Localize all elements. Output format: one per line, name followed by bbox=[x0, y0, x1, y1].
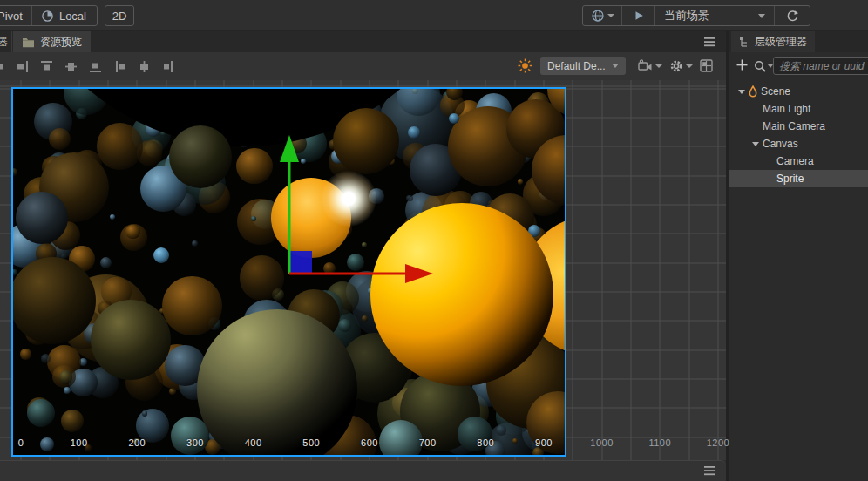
hierarchy-tree: SceneMain LightMain CameraCanvasCameraSp… bbox=[729, 83, 868, 187]
scene-sphere bbox=[458, 417, 492, 451]
tab-asset-preview-label: 资源预览 bbox=[40, 35, 82, 50]
tree-caret-icon[interactable] bbox=[736, 90, 747, 94]
tree-item-label: Canvas bbox=[763, 138, 798, 150]
align-right-edge-icon[interactable] bbox=[16, 60, 29, 73]
ruler-label: 1000 bbox=[590, 437, 613, 448]
light-icon[interactable] bbox=[518, 58, 532, 73]
tree-item-main-light[interactable]: Main Light bbox=[729, 100, 868, 118]
gear-icon[interactable] bbox=[669, 59, 693, 73]
tree-item-canvas[interactable]: Canvas bbox=[729, 135, 868, 152]
background-sphere bbox=[100, 257, 112, 268]
background-sphere bbox=[27, 399, 55, 427]
align-h-center-icon[interactable] bbox=[138, 60, 151, 73]
play-button[interactable] bbox=[622, 6, 654, 25]
scene-sphere bbox=[91, 300, 171, 380]
scene-sphere bbox=[379, 420, 423, 457]
background-sphere bbox=[133, 438, 140, 445]
layout-grid-icon[interactable] bbox=[700, 59, 713, 72]
preview-group: 当前场景 bbox=[582, 5, 810, 26]
scene-sphere bbox=[153, 247, 169, 263]
pivot-label: Pivot bbox=[0, 10, 23, 23]
scene-sphere bbox=[449, 113, 459, 124]
background-sphere bbox=[162, 276, 222, 336]
play-icon bbox=[633, 10, 645, 22]
background-sphere bbox=[362, 315, 368, 322]
tree-item-scene[interactable]: Scene bbox=[729, 83, 868, 100]
scene-footer bbox=[0, 460, 726, 481]
scene-view[interactable]: 0100200300400500600700800900100011001200 bbox=[0, 80, 726, 460]
caret-down-icon bbox=[655, 64, 662, 68]
tree-item-camera[interactable]: Camera bbox=[729, 152, 868, 170]
tab-partial[interactable]: 器 bbox=[0, 31, 12, 52]
background-sphere bbox=[125, 225, 139, 239]
local-label: Local bbox=[59, 10, 86, 23]
camera-icon[interactable] bbox=[638, 59, 662, 72]
align-v-center-icon[interactable] bbox=[64, 60, 78, 73]
folder-icon bbox=[22, 37, 35, 48]
scene-sphere bbox=[11, 257, 96, 344]
background-sphere bbox=[301, 159, 307, 165]
scene-select-label: 当前场景 bbox=[664, 8, 709, 24]
background-sphere bbox=[240, 255, 284, 300]
tab-hierarchy-label: 层级管理器 bbox=[755, 35, 807, 50]
mode-2d-button[interactable]: 2D bbox=[105, 5, 134, 26]
background-sphere bbox=[406, 195, 412, 201]
pivot-button[interactable]: Pivot bbox=[0, 6, 31, 25]
refresh-button[interactable] bbox=[775, 6, 810, 25]
align-right-icon[interactable] bbox=[162, 60, 175, 73]
background-sphere bbox=[61, 410, 84, 432]
hierarchy-tree-icon bbox=[739, 37, 750, 48]
plus-icon[interactable] bbox=[736, 59, 748, 71]
align-left-edge-icon[interactable] bbox=[0, 60, 4, 73]
scene-droplet-icon bbox=[748, 85, 758, 98]
scene-sphere bbox=[197, 309, 357, 457]
transform-mode-group: Pivot Local bbox=[0, 5, 98, 26]
search-filter-button[interactable] bbox=[754, 60, 773, 72]
tree-item-label: Main Camera bbox=[763, 120, 825, 132]
background-sphere bbox=[236, 148, 273, 185]
caret-down-icon bbox=[607, 14, 614, 17]
scene-canvas[interactable] bbox=[11, 87, 566, 457]
tree-item-label: Sprite bbox=[776, 173, 804, 185]
gizmo-profile-dropdown[interactable]: Default De... bbox=[540, 57, 626, 75]
hierarchy-panel: 层级管理器 SceneMain LightMain CameraCanvasCa… bbox=[729, 31, 868, 481]
caret-down-icon bbox=[758, 14, 765, 18]
search-icon bbox=[754, 60, 766, 72]
gizmo-profile-label: Default De... bbox=[547, 60, 606, 72]
hamburger-menu-icon[interactable] bbox=[704, 37, 715, 47]
preview-target-button[interactable] bbox=[583, 6, 621, 25]
tree-item-main-camera[interactable]: Main Camera bbox=[729, 118, 868, 135]
background-sphere bbox=[347, 254, 364, 271]
hamburger-menu-icon[interactable] bbox=[704, 466, 715, 476]
local-button[interactable]: Local bbox=[32, 6, 95, 25]
caret-down-icon bbox=[752, 142, 759, 146]
background-sphere bbox=[41, 354, 51, 363]
hierarchy-toolbar bbox=[729, 52, 868, 80]
globe-quarter-icon bbox=[41, 10, 54, 23]
tab-asset-preview[interactable]: 资源预览 bbox=[13, 31, 91, 52]
tree-caret-icon[interactable] bbox=[750, 142, 761, 146]
tab-partial-label: 器 bbox=[0, 35, 8, 50]
background-sphere bbox=[192, 240, 198, 247]
tree-item-label: Scene bbox=[761, 85, 790, 98]
background-sphere bbox=[64, 387, 71, 394]
align-bottom-icon[interactable] bbox=[89, 60, 102, 73]
align-left-icon[interactable] bbox=[113, 60, 126, 73]
background-sphere bbox=[85, 444, 92, 452]
scene-select-dropdown[interactable]: 当前场景 bbox=[655, 6, 774, 25]
background-sphere bbox=[11, 168, 17, 177]
tree-item-sprite[interactable]: Sprite bbox=[729, 170, 868, 187]
background-sphere bbox=[136, 409, 170, 443]
hierarchy-search-input[interactable] bbox=[773, 57, 868, 75]
caret-down-icon bbox=[612, 64, 619, 68]
top-toolbar: Pivot Local 2D bbox=[0, 0, 868, 31]
background-sphere bbox=[362, 242, 367, 247]
background-sphere bbox=[518, 179, 524, 185]
align-top-icon[interactable] bbox=[40, 60, 53, 73]
background-sphere bbox=[323, 262, 336, 275]
tree-item-label: Camera bbox=[776, 155, 814, 167]
background-sphere bbox=[49, 128, 71, 150]
scene-sphere bbox=[370, 203, 553, 386]
background-sphere bbox=[142, 410, 148, 417]
tab-hierarchy[interactable]: 层级管理器 bbox=[731, 31, 815, 52]
